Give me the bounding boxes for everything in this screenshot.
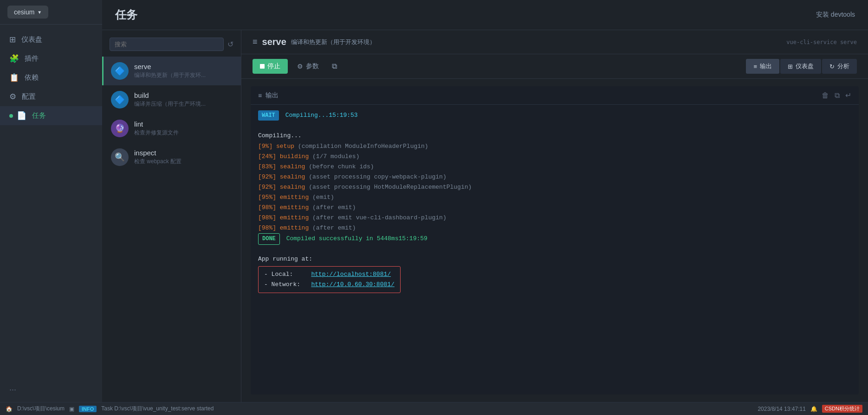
output-title-icon: ≡ xyxy=(258,92,262,99)
log-line-done: DONE Compiled successfully in 5448ms15:1… xyxy=(258,233,851,244)
output-actions: 🗑 ⧉ ↵ xyxy=(822,91,851,100)
inspect-name: inspect xyxy=(134,149,233,157)
tasks-body: ↺ 🔷 serve 编译和热更新（用于开发环... 🔷 xyxy=(102,30,868,402)
csdn-badge: CSDN积分统计 xyxy=(822,405,862,413)
task-action-bar: 停止 ⚙ 参数 ⧉ ≡ 输出 xyxy=(241,54,868,79)
more-icon: ··· xyxy=(9,385,16,394)
network-label: - Network: xyxy=(264,281,300,288)
task-item-serve[interactable]: 🔷 serve 编译和热更新（用于开发环... xyxy=(102,57,241,85)
app-running-label: App running at: xyxy=(258,254,851,264)
bell-icon: 🔔 xyxy=(810,406,817,412)
search-input[interactable] xyxy=(110,38,224,51)
build-icon: 🔷 xyxy=(111,91,129,109)
sidebar-logo: cesium ▼ xyxy=(0,0,102,25)
sidebar-item-tasks[interactable]: 📄 任务 xyxy=(0,106,102,125)
output-title-label: 输出 xyxy=(266,91,279,100)
open-button[interactable]: ⧉ xyxy=(328,59,341,74)
wrap-output-button[interactable]: ↵ xyxy=(845,91,851,100)
app-running-section: App running at: - Local: http://localhos… xyxy=(258,254,851,293)
lint-info: lint 检查并修复源文件 xyxy=(134,120,233,137)
build-info: build 编译并压缩（用于生产环境... xyxy=(134,91,233,108)
dashboard-icon: ⊞ xyxy=(9,35,16,45)
sidebar-nav: ⊞ 仪表盘 🧩 插件 📋 依赖 ⚙ 配置 📄 任 xyxy=(0,25,102,377)
sidebar-more[interactable]: ··· xyxy=(0,377,102,402)
sidebar-item-dashboard[interactable]: ⊞ 仪表盘 xyxy=(0,30,102,49)
params-button[interactable]: ⚙ 参数 xyxy=(293,59,323,74)
progress-95: [95%] emitting xyxy=(258,194,309,201)
log-line-95: [95%] emitting (emit) xyxy=(258,192,851,203)
output-tab-icon: ≡ xyxy=(753,63,757,70)
progress-83: [83%] sealing xyxy=(258,163,305,170)
tab-output[interactable]: ≡ 输出 xyxy=(746,59,779,74)
sidebar-item-label: 配置 xyxy=(22,92,36,101)
progress-92a-detail: (asset processing copy-webpack-plugin) xyxy=(309,173,446,180)
sidebar-item-config[interactable]: ⚙ 配置 xyxy=(0,87,102,106)
main-header: 任务 安装 devtools xyxy=(102,0,868,30)
dropdown-arrow: ▼ xyxy=(37,10,42,15)
serve-icon: 🔷 xyxy=(111,62,129,80)
progress-92a: [92%] sealing xyxy=(258,173,305,180)
local-url-line: - Local: http://localhost:8081/ xyxy=(264,269,395,280)
project-name: cesium xyxy=(14,8,34,16)
status-left: 🏠 D:\vsc\项目\cesium ▣ INFO Task D:\vsc\项目… xyxy=(6,405,214,413)
log-line-92a: [92%] sealing (asset processing copy-web… xyxy=(258,172,851,182)
progress-83-detail: (before chunk ids) xyxy=(309,163,374,170)
log-line-9: [9%] setup (compilation ModuleInfoHeader… xyxy=(258,141,851,152)
log-line-98c: [98%] emitting (after emit) xyxy=(258,223,851,233)
done-badge: DONE xyxy=(258,233,280,244)
tab-group: ≡ 输出 ⊞ 仪表盘 ↻ 分析 xyxy=(746,59,857,74)
output-icon: ≡ xyxy=(253,37,258,47)
refresh-button[interactable]: ↺ xyxy=(227,40,233,49)
task-item-inspect[interactable]: 🔍 inspect 检查 webpack 配置 xyxy=(102,143,241,172)
info-badge: INFO xyxy=(79,406,97,412)
config-icon: ⚙ xyxy=(9,92,16,102)
tab-dashboard[interactable]: ⊞ 仪表盘 xyxy=(780,59,821,74)
sidebar-item-plugins[interactable]: 🧩 插件 xyxy=(0,49,102,68)
sidebar-item-label: 插件 xyxy=(25,54,39,63)
task-detail-header: ≡ serve 编译和热更新（用于开发环境） vue-cli-service s… xyxy=(241,30,868,54)
task-name-label: serve xyxy=(262,37,286,47)
main-content: 任务 安装 devtools ↺ 🔷 serve 编译和 xyxy=(102,0,868,402)
log-line-92b: [92%] sealing (asset processing HotModul… xyxy=(258,182,851,192)
copy-output-button[interactable]: ⧉ xyxy=(835,91,840,100)
progress-24: [24%] building xyxy=(258,153,309,160)
log-line-98a: [98%] emitting (after emit) xyxy=(258,203,851,213)
lint-name: lint xyxy=(134,120,233,128)
wait-text: Compiling...15:19:53 xyxy=(285,112,358,119)
log-line-wait: WAIT Compiling...15:19:53 xyxy=(258,110,851,121)
analysis-tab-icon: ↻ xyxy=(829,63,835,70)
stop-button[interactable]: 停止 xyxy=(253,59,288,74)
inspect-desc: 检查 webpack 配置 xyxy=(134,158,233,166)
task-search-bar: ↺ xyxy=(102,38,241,57)
serve-name: serve xyxy=(134,63,233,70)
lint-icon: 🔮 xyxy=(111,120,129,137)
inspect-info: inspect 检查 webpack 配置 xyxy=(134,149,233,166)
sidebar-item-dependencies[interactable]: 📋 依赖 xyxy=(0,68,102,87)
url-box: - Local: http://localhost:8081/ - Networ… xyxy=(258,266,401,293)
home-icon: 🏠 xyxy=(6,406,13,412)
dashboard-tab-icon: ⊞ xyxy=(788,63,793,70)
task-status-msg: Task D:\vsc\项目\vue_unity_test:serve star… xyxy=(101,405,214,413)
progress-98c: [98%] emitting xyxy=(258,224,309,231)
network-url[interactable]: http://10.0.60.30:8081/ xyxy=(311,281,394,288)
dependency-icon: 📋 xyxy=(9,73,19,83)
gear-icon: ⚙ xyxy=(297,63,303,70)
task-item-lint[interactable]: 🔮 lint 检查并修复源文件 xyxy=(102,114,241,143)
task-item-build[interactable]: 🔷 build 编译并压缩（用于生产环境... xyxy=(102,85,241,114)
install-devtools-button[interactable]: 安装 devtools xyxy=(816,11,855,19)
clear-output-button[interactable]: 🗑 xyxy=(822,91,829,100)
timestamp: 2023/8/14 13:47:11 xyxy=(758,406,805,412)
log-line-83: [83%] sealing (before chunk ids) xyxy=(258,162,851,172)
wait-badge: WAIT xyxy=(258,110,279,121)
progress-98c-detail: (after emit) xyxy=(312,224,356,231)
project-selector[interactable]: cesium ▼ xyxy=(7,6,48,19)
local-url[interactable]: http://localhost:8081/ xyxy=(311,271,391,278)
plugin-icon: 🧩 xyxy=(9,54,19,64)
lint-desc: 检查并修复源文件 xyxy=(134,129,233,137)
build-name: build xyxy=(134,91,233,99)
build-desc: 编译并压缩（用于生产环境... xyxy=(134,100,233,108)
tab-analysis[interactable]: ↻ 分析 xyxy=(822,59,857,74)
progress-98b-detail: (after emit vue-cli-dashboard-plugin) xyxy=(312,214,447,221)
log-line-98b: [98%] emitting (after emit vue-cli-dashb… xyxy=(258,213,851,223)
status-bar: 🏠 D:\vsc\项目\cesium ▣ INFO Task D:\vsc\项目… xyxy=(0,402,868,415)
